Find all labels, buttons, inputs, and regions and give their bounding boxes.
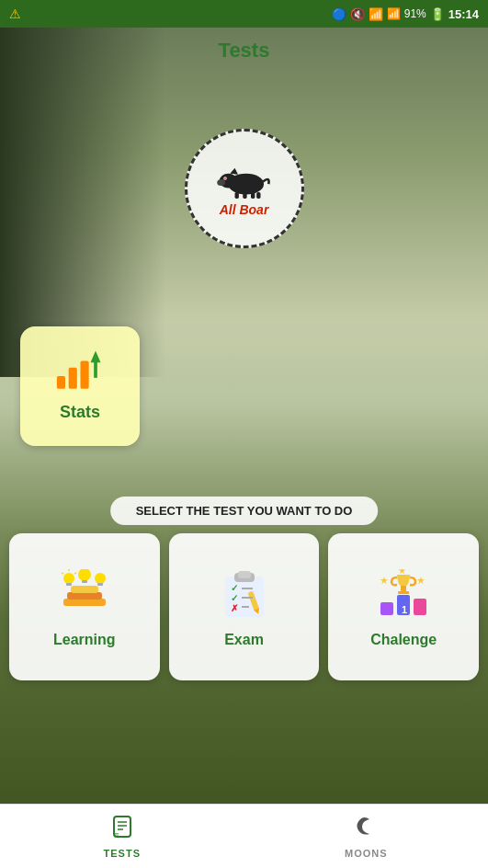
stats-card[interactable]: Stats bbox=[20, 326, 140, 446]
learning-icon bbox=[58, 569, 111, 624]
svg-rect-41 bbox=[414, 599, 426, 615]
moons-icon bbox=[353, 814, 379, 846]
svg-point-2 bbox=[217, 178, 225, 185]
challenge-label: Chalenge bbox=[370, 632, 437, 648]
exam-card[interactable]: ✓ ✓ ✗ Exam bbox=[169, 533, 320, 680]
svg-rect-21 bbox=[82, 580, 87, 583]
svg-point-18 bbox=[63, 573, 74, 584]
svg-rect-44 bbox=[398, 591, 409, 594]
svg-line-25 bbox=[62, 573, 63, 574]
battery-icon: 🔋 bbox=[430, 7, 445, 21]
svg-rect-12 bbox=[80, 361, 88, 389]
page-title: Tests bbox=[0, 39, 488, 63]
select-banner: SELECT THE TEST YOU WANT TO DO bbox=[110, 497, 379, 525]
svg-point-4 bbox=[224, 177, 226, 179]
challenge-icon: 1 ★ ★ ★ bbox=[377, 569, 430, 624]
svg-rect-10 bbox=[56, 376, 64, 389]
boar-icon bbox=[212, 161, 277, 202]
logo-text: All Boar bbox=[220, 202, 269, 217]
svg-rect-30 bbox=[238, 571, 251, 578]
svg-rect-7 bbox=[251, 191, 255, 198]
status-right-icons: 🔵 🔇 📶 📶 91% 🔋 15:14 bbox=[332, 7, 479, 21]
svg-rect-43 bbox=[401, 586, 406, 591]
svg-text:★: ★ bbox=[416, 575, 426, 586]
svg-rect-19 bbox=[66, 583, 72, 586]
svg-text:★: ★ bbox=[380, 575, 389, 586]
bottom-nav: ≡ TESTS MOONS bbox=[0, 804, 488, 868]
volume-icon: 🔇 bbox=[350, 7, 365, 21]
svg-rect-8 bbox=[256, 191, 260, 198]
stats-icon bbox=[55, 350, 106, 399]
svg-rect-14 bbox=[94, 361, 97, 378]
svg-rect-16 bbox=[67, 592, 102, 600]
tests-nav-label: TESTS bbox=[104, 848, 141, 859]
svg-point-20 bbox=[78, 569, 91, 581]
svg-marker-13 bbox=[90, 351, 100, 363]
svg-text:1: 1 bbox=[402, 604, 407, 615]
svg-line-26 bbox=[74, 573, 76, 574]
svg-rect-39 bbox=[380, 602, 393, 615]
moons-nav-label: MOONS bbox=[345, 848, 388, 859]
svg-text:≡: ≡ bbox=[114, 830, 119, 839]
svg-marker-9 bbox=[230, 167, 238, 174]
test-cards-row: Learning ✓ ✓ ✗ Exam bbox=[9, 533, 479, 680]
svg-rect-5 bbox=[234, 191, 238, 198]
svg-text:✓: ✓ bbox=[231, 583, 238, 593]
status-warning-area: ⚠ bbox=[9, 6, 21, 21]
svg-rect-6 bbox=[243, 191, 246, 198]
svg-rect-23 bbox=[97, 583, 103, 586]
learning-card[interactable]: Learning bbox=[9, 533, 160, 680]
svg-rect-15 bbox=[63, 599, 106, 606]
svg-point-22 bbox=[95, 573, 106, 584]
status-bar: ⚠ 🔵 🔇 📶 📶 91% 🔋 15:14 bbox=[0, 0, 488, 28]
svg-text:★: ★ bbox=[398, 569, 406, 576]
tests-icon: ≡ bbox=[109, 814, 135, 846]
svg-text:✓: ✓ bbox=[231, 593, 238, 603]
stats-label: Stats bbox=[60, 403, 100, 422]
clock: 15:14 bbox=[448, 7, 479, 21]
nav-tests[interactable]: ≡ TESTS bbox=[0, 805, 244, 868]
svg-rect-17 bbox=[71, 586, 98, 593]
svg-text:✗: ✗ bbox=[231, 603, 238, 613]
battery-percent: 91% bbox=[404, 7, 426, 20]
nav-moons[interactable]: MOONS bbox=[244, 805, 489, 868]
learning-label: Learning bbox=[53, 632, 116, 648]
svg-rect-11 bbox=[68, 368, 76, 389]
soldier-silhouette bbox=[0, 28, 165, 377]
exam-label: Exam bbox=[224, 632, 264, 648]
stats-chart-icon bbox=[55, 350, 106, 392]
bluetooth-icon: 🔵 bbox=[332, 7, 346, 21]
signal-icon: 📶 bbox=[387, 7, 401, 20]
wifi-icon: 📶 bbox=[369, 7, 383, 21]
exam-icon: ✓ ✓ ✗ bbox=[218, 569, 271, 624]
app-logo: All Boar bbox=[185, 129, 304, 248]
warning-icon: ⚠ bbox=[9, 6, 21, 21]
challenge-card[interactable]: 1 ★ ★ ★ Chalenge bbox=[328, 533, 479, 680]
